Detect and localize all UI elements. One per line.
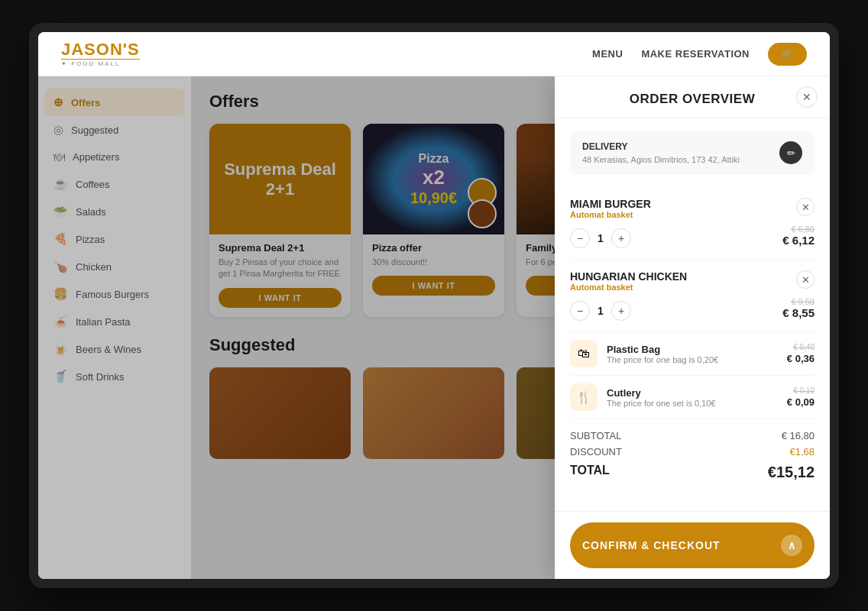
discount-row: DISCOUNT €1,68 [570,446,815,457]
order-item-hungarian-chicken: HUNGARIAN CHICKEN Automat basket ✕ − 1 + [570,260,815,332]
miami-burger-name: MIAMI BURGER [570,198,651,210]
delivery-address: 48 Kerasias, Agios Dimitrios, 173 42, At… [582,155,740,164]
logo: JASON'S ✦ FOOD MALL [61,40,140,68]
miami-burger-price: € 6,80 € 6,12 [782,225,815,247]
plastic-bag-name: Plastic Bag [607,344,778,355]
subtotal-value: € 16,80 [782,430,815,441]
addon-cutlery: 🍴 Cutlery The price for one set is 0,10€… [570,376,815,419]
checkout-label: CONFIRM & CHECKOUT [582,539,721,551]
hungarian-chicken-qty-controls: − 1 + [570,301,631,321]
nav-menu[interactable]: MENU [592,48,623,60]
order-body: DELIVERY 48 Kerasias, Agios Dimitrios, 1… [555,118,830,511]
subtotal-label: SUBTOTAL [570,430,621,441]
order-footer: CONFIRM & CHECKOUT ∧ [555,511,830,579]
miami-burger-quantity: 1 [590,232,611,244]
miami-burger-basket: Automat basket [570,210,651,219]
hungarian-chicken-remove-button[interactable]: ✕ [796,270,815,289]
miami-burger-final-price: € 6,12 [782,234,815,247]
hungarian-chicken-decrement-button[interactable]: − [570,301,590,321]
delivery-section: DELIVERY 48 Kerasias, Agios Dimitrios, 1… [570,131,815,175]
hungarian-chicken-increment-button[interactable]: + [611,301,631,321]
order-item-miami-burger: MIAMI BURGER Automat basket ✕ − 1 + [570,187,815,260]
nav-cart-button[interactable]: 🛒 [768,43,807,66]
subtotal-row: SUBTOTAL € 16,80 [570,430,815,441]
cutlery-desc: The price for one set is 0,10€ [607,399,778,408]
logo-subtitle: ✦ FOOD MALL [61,59,140,68]
addon-plastic-bag: 🛍 Plastic Bag The price for one bag is 0… [570,332,815,376]
header: JASON'S ✦ FOOD MALL MENU MAKE RESERVATIO… [38,32,830,76]
cutlery-final-price: € 0,09 [787,396,815,408]
checkout-button[interactable]: CONFIRM & CHECKOUT ∧ [570,522,815,568]
dim-overlay [38,76,555,579]
discount-label: DISCOUNT [570,446,622,457]
order-summary: SUBTOTAL € 16,80 DISCOUNT €1,68 TOTAL €1… [570,419,815,496]
miami-burger-decrement-button[interactable]: − [570,228,590,248]
cutlery-icon: 🍴 [570,383,598,411]
hungarian-chicken-basket: Automat basket [570,283,687,292]
miami-burger-increment-button[interactable]: + [611,228,631,248]
hungarian-chicken-name: HUNGARIAN CHICKEN [570,270,687,283]
nav: MENU MAKE RESERVATION 🛒 [592,43,807,66]
order-panel: ORDER OVERVIEW ✕ DELIVERY 48 Kerasias, A… [555,76,830,579]
miami-burger-original-price: € 6,80 [782,225,815,234]
plastic-bag-price: € 0,40 € 0,36 [787,343,815,365]
miami-burger-remove-button[interactable]: ✕ [796,198,815,216]
hungarian-chicken-final-price: € 8,55 [782,306,815,319]
checkout-chevron-icon: ∧ [781,535,802,556]
delivery-edit-button[interactable]: ✏ [779,141,802,164]
hungarian-chicken-quantity: 1 [590,305,611,317]
main-content: ⊕ Offers ◎ Suggested 🍽 Appetizers ☕ Coff… [38,76,830,579]
logo-title: JASON'S [61,40,140,59]
order-close-button[interactable]: ✕ [796,86,818,108]
miami-burger-qty-controls: − 1 + [570,228,631,248]
cutlery-price: € 0,10 € 0,09 [787,386,815,409]
delivery-label: DELIVERY [582,141,740,152]
total-value: €15,12 [768,464,815,481]
plastic-bag-final-price: € 0,36 [787,353,815,364]
total-row: TOTAL €15,12 [570,464,815,481]
hungarian-chicken-price: € 9,50 € 8,55 [782,297,815,319]
hungarian-chicken-original-price: € 9,50 [782,297,815,306]
discount-value: €1,68 [789,446,815,457]
order-header: ORDER OVERVIEW ✕ [555,76,830,118]
plastic-bag-desc: The price for one bag is 0,20€ [607,355,778,364]
plastic-bag-original-price: € 0,40 [787,343,815,351]
order-title: ORDER OVERVIEW [630,92,755,107]
cutlery-original-price: € 0,10 [787,386,815,395]
nav-reservation[interactable]: MAKE RESERVATION [641,48,750,60]
total-label: TOTAL [570,464,610,481]
plastic-bag-icon: 🛍 [570,340,598,367]
cutlery-name: Cutlery [607,387,778,399]
